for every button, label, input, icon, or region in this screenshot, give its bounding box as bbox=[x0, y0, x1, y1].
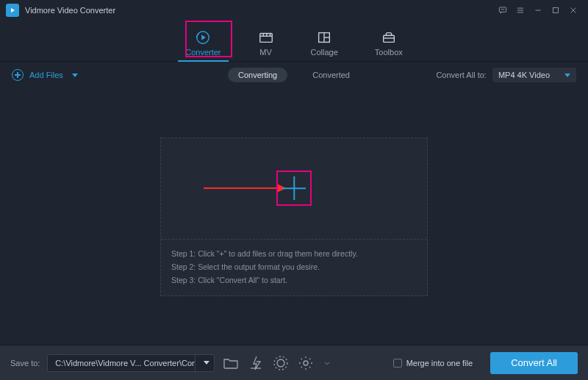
plus-circle-icon bbox=[12, 69, 24, 81]
step-text: Step 3: Click "Convert All" to start. bbox=[171, 273, 417, 287]
save-path-box: C:\Vidmore\Vidmore V... Converter\Conver… bbox=[47, 354, 215, 372]
checkbox-icon bbox=[393, 359, 402, 368]
dropzone-target[interactable] bbox=[161, 138, 427, 240]
tab-label: Converter bbox=[185, 48, 220, 57]
output-format-select[interactable]: MP4 4K Video bbox=[492, 68, 576, 82]
svg-marker-13 bbox=[202, 35, 207, 40]
main-area: Step 1: Click "+" to add files or drag t… bbox=[0, 88, 588, 345]
svg-marker-0 bbox=[11, 8, 15, 12]
chevron-down-icon bbox=[564, 74, 570, 77]
tab-label: MV bbox=[259, 48, 272, 57]
svg-point-4 bbox=[503, 10, 504, 10]
title-bar: Vidmore Video Converter bbox=[0, 0, 588, 21]
high-speed-button[interactable] bbox=[272, 354, 290, 372]
hardware-accel-button[interactable] bbox=[247, 354, 265, 372]
step-text: Step 2: Select the output format you des… bbox=[171, 260, 417, 273]
save-path-dropdown[interactable] bbox=[195, 354, 214, 372]
tab-converter[interactable]: Converter bbox=[185, 30, 220, 61]
svg-rect-22 bbox=[383, 35, 394, 42]
save-path-value[interactable]: C:\Vidmore\Vidmore V... Converter\Conver… bbox=[48, 359, 195, 368]
feedback-icon[interactable] bbox=[494, 1, 512, 19]
merge-checkbox[interactable]: Merge into one file bbox=[393, 359, 473, 368]
maximize-button[interactable] bbox=[547, 1, 564, 19]
chevron-down-icon bbox=[72, 74, 78, 77]
segment-converting[interactable]: Converting bbox=[228, 68, 287, 82]
close-button[interactable] bbox=[564, 1, 582, 19]
toolbox-icon bbox=[381, 30, 397, 45]
svg-rect-9 bbox=[553, 8, 559, 13]
segment-converted[interactable]: Converted bbox=[302, 68, 360, 82]
settings-button[interactable] bbox=[297, 354, 315, 372]
dropzone[interactable]: Step 1: Click "+" to add files or drag t… bbox=[160, 137, 428, 296]
dropzone-instructions: Step 1: Click "+" to add files or drag t… bbox=[161, 240, 427, 295]
convert-all-to: Convert All to: MP4 4K Video bbox=[436, 68, 576, 82]
app-title: Vidmore Video Converter bbox=[25, 6, 115, 15]
svg-point-26 bbox=[274, 356, 287, 370]
chevron-down-icon bbox=[204, 361, 209, 365]
tab-label: Collage bbox=[311, 48, 338, 57]
tab-collage[interactable]: Collage bbox=[311, 30, 338, 61]
add-files-label: Add Files bbox=[29, 71, 63, 79]
add-files-button[interactable]: Add Files bbox=[12, 69, 78, 81]
settings-chevron[interactable] bbox=[322, 354, 332, 372]
minimize-button[interactable] bbox=[529, 1, 547, 19]
footer-bar: Save to: C:\Vidmore\Vidmore V... Convert… bbox=[0, 345, 588, 380]
convert-all-to-label: Convert All to: bbox=[436, 71, 486, 79]
tab-toolbox[interactable]: Toolbox bbox=[375, 30, 403, 61]
svg-point-25 bbox=[277, 359, 284, 367]
save-to-label: Save to: bbox=[10, 359, 40, 368]
annotation-arrow bbox=[204, 187, 284, 189]
tab-mv[interactable]: MV bbox=[258, 30, 274, 61]
converter-icon bbox=[195, 30, 211, 45]
collage-icon bbox=[316, 30, 332, 45]
menu-icon[interactable] bbox=[512, 1, 529, 19]
status-segment: Converting Converted bbox=[228, 68, 360, 82]
step-text: Step 1: Click "+" to add files or drag t… bbox=[171, 247, 417, 260]
main-nav: Converter MV Collage Toolbox bbox=[0, 21, 588, 62]
convert-all-button[interactable]: Convert All bbox=[490, 352, 578, 374]
svg-point-27 bbox=[304, 361, 308, 365]
mv-icon bbox=[258, 30, 274, 45]
add-files-plus-button[interactable] bbox=[276, 171, 312, 206]
app-window: Vidmore Video Converter Converter bbox=[0, 0, 588, 380]
merge-label: Merge into one file bbox=[406, 359, 473, 368]
tab-label: Toolbox bbox=[375, 48, 403, 57]
toolbar: Add Files Converting Converted Convert A… bbox=[0, 62, 588, 88]
app-logo-icon bbox=[6, 4, 19, 17]
output-format-value: MP4 4K Video bbox=[498, 71, 550, 79]
svg-point-2 bbox=[501, 10, 502, 10]
svg-point-3 bbox=[503, 10, 503, 10]
open-folder-button[interactable] bbox=[222, 354, 240, 372]
